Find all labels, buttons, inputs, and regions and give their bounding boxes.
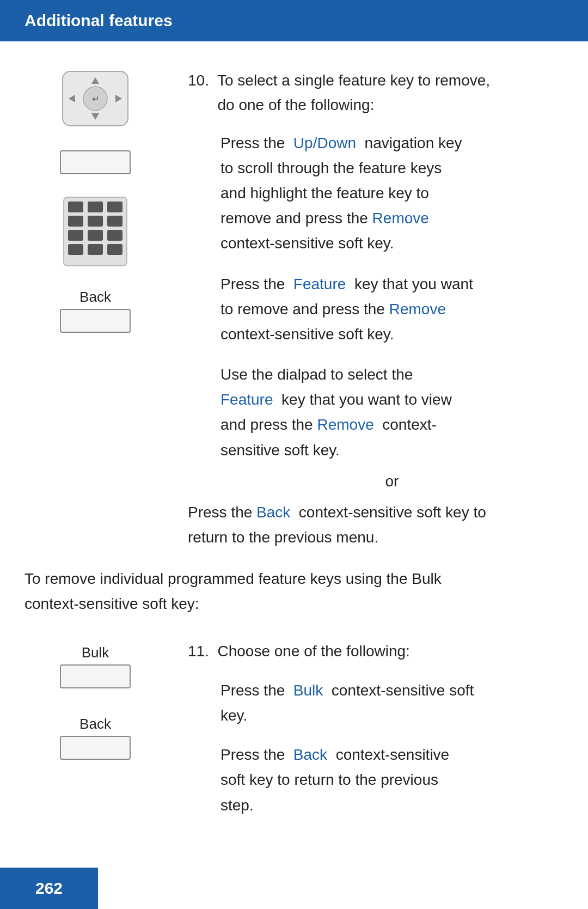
- dialpad-icon: [63, 196, 128, 267]
- link-back-1: Back: [256, 504, 290, 521]
- press-updown-row: Press the Up/Down navigation key to scro…: [220, 131, 564, 257]
- press-back-step11-row: Press the Back context-sensitive soft ke…: [220, 742, 564, 818]
- back-label-1: Back: [79, 289, 111, 306]
- step10-row: ↵: [24, 69, 564, 550]
- svg-rect-13: [107, 216, 122, 227]
- step10-icons-col: ↵: [24, 69, 166, 550]
- link-remove-2: Remove: [389, 301, 446, 318]
- link-feature-1: Feature: [293, 276, 346, 292]
- svg-rect-15: [88, 230, 103, 241]
- step10-intro: 10. To select a single feature key to re…: [188, 69, 564, 118]
- or-text: or: [385, 473, 399, 490]
- svg-rect-8: [68, 202, 83, 212]
- bulk-icons-col: Bulk Back: [24, 639, 166, 832]
- press-updown-text-2: navigation key to scroll through the fea…: [220, 135, 462, 252]
- back-key-group-2: Back: [60, 716, 131, 760]
- svg-rect-12: [88, 216, 103, 227]
- svg-rect-19: [107, 244, 122, 255]
- svg-text:↵: ↵: [92, 94, 99, 103]
- footer-bar: 262: [0, 868, 98, 909]
- step11-intro: 11. Choose one of the following:: [188, 639, 564, 664]
- use-dialpad-text-1: Use the dialpad to select the Feature ke…: [220, 366, 452, 459]
- soft-key-button-bulk: [60, 664, 131, 688]
- press-back-step11-text-1: Press the: [220, 746, 293, 763]
- soft-key-button-back-1: [60, 309, 131, 333]
- step11-instructions: 11. Choose one of the following: Press t…: [188, 639, 564, 832]
- nav-key-icon: ↵: [60, 69, 131, 129]
- link-back-step11: Back: [293, 746, 327, 763]
- press-feature-row: Press the Feature key that you want to r…: [220, 272, 564, 347]
- or-divider: or: [220, 473, 564, 490]
- link-remove-1: Remove: [372, 210, 429, 227]
- use-dialpad-row: Use the dialpad to select the Feature ke…: [220, 362, 564, 463]
- link-feature-2: Feature: [220, 391, 273, 408]
- link-updown: Up/Down: [293, 135, 356, 151]
- svg-rect-17: [68, 244, 83, 255]
- press-bulk-text-1: Press the: [220, 682, 293, 699]
- bulk-intro-text: To remove individual programmed feature …: [24, 566, 564, 617]
- page-content: ↵: [0, 41, 588, 892]
- press-back-text-1: Press the Back context-sensitive soft ke…: [188, 504, 486, 546]
- page-number: 262: [35, 879, 63, 898]
- press-back-row: Press the Back context-sensitive soft ke…: [188, 500, 564, 550]
- back-label-2: Back: [79, 716, 111, 733]
- link-bulk: Bulk: [293, 682, 323, 699]
- step10-instructions: 10. To select a single feature key to re…: [188, 69, 564, 550]
- bulk-key-group: Bulk: [60, 644, 131, 688]
- page-title: Additional features: [24, 11, 173, 30]
- svg-rect-14: [68, 230, 83, 241]
- back-key-group-1: Back: [60, 289, 131, 333]
- press-updown-text-1: Press the: [220, 135, 293, 151]
- svg-rect-16: [107, 230, 122, 241]
- bulk-section-row: Bulk Back 11. Choose one of the followin…: [24, 639, 564, 832]
- soft-key-button-1: [60, 150, 131, 174]
- header-bar: Additional features: [0, 0, 588, 41]
- link-remove-3: Remove: [317, 416, 373, 433]
- svg-rect-11: [68, 216, 83, 227]
- svg-rect-10: [107, 202, 122, 212]
- press-feature-text-1: Press the: [220, 276, 293, 292]
- soft-key-button-back-2: [60, 736, 131, 760]
- bulk-label: Bulk: [82, 644, 109, 661]
- press-bulk-row: Press the Bulk context-sensitive soft ke…: [220, 678, 564, 728]
- svg-rect-18: [88, 244, 103, 255]
- svg-rect-9: [88, 202, 103, 212]
